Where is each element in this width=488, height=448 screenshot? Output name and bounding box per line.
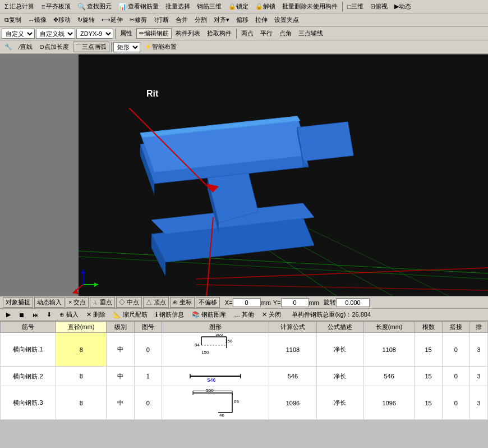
btn-setpoint[interactable]: 设置夹点 — [271, 15, 302, 25]
btn-pick-component[interactable]: 拾取构件 — [204, 28, 234, 39]
svg-text:150: 150 — [201, 350, 209, 355]
btn-find[interactable]: 🔍查找图元 — [75, 1, 114, 12]
btn-component-list[interactable]: 构件列表 — [173, 28, 203, 39]
cell-count: 15 — [415, 367, 442, 386]
cell-shape-no: 0 — [134, 386, 162, 420]
cell-grade: 中 — [107, 386, 134, 420]
btn-coord[interactable]: ⊕ 坐标 — [170, 297, 195, 308]
dropdown-rect[interactable]: 矩形 — [113, 42, 140, 52]
shape-svg-1: 150 300 04 150 — [185, 334, 246, 365]
col-formula: 计算公式 — [269, 322, 316, 333]
sep2 — [115, 29, 116, 39]
btn-stop[interactable]: ⏹ — [15, 310, 28, 319]
btn-align[interactable]: 对齐▾ — [211, 15, 232, 25]
cell-overlap: 0 — [442, 333, 469, 367]
btn-dynamic-input[interactable]: 动态输入 — [34, 297, 65, 308]
sep1 — [342, 2, 343, 12]
btn-rebar-info[interactable]: ℹ 钢筋信息 — [152, 309, 187, 320]
x-input[interactable] — [233, 298, 261, 307]
btn-angle-point[interactable]: 点角 — [277, 28, 294, 39]
y-label: Y= — [273, 299, 281, 306]
btn-batch-delete[interactable]: 批量删除未使用构件 — [279, 1, 340, 12]
btn-offset[interactable]: 偏移 — [233, 15, 251, 25]
dropdown-zdyx[interactable]: ZDYX-9 — [76, 29, 113, 39]
btn-midpoint[interactable]: ◇ 中点 — [116, 297, 142, 308]
cell-id: 横向钢筋.1 — [1, 333, 56, 367]
btn-split[interactable]: 分割 — [192, 15, 210, 25]
col-diameter: 直径(mm) — [56, 322, 107, 333]
table-row[interactable]: 横向钢筋.2 8 中 1 546 546 净长 546 15 0 — [1, 367, 488, 386]
btn-point-length[interactable]: ⊙点加长度 — [36, 42, 72, 52]
cell-shape-no: 0 — [134, 333, 162, 367]
rotate-input[interactable] — [336, 298, 370, 307]
btn-rebar-3d[interactable]: 钢筋三维 — [194, 1, 224, 12]
table-row[interactable]: 横向钢筋.3 8 中 0 550 09 — [1, 386, 488, 420]
btn-mirror[interactable]: ↔镜像 — [25, 15, 49, 25]
cell-row: 3 — [470, 386, 488, 420]
btn-top-view[interactable]: ⊡俯视 — [367, 1, 390, 12]
svg-text:550: 550 — [206, 388, 214, 393]
dropdown-custom-line[interactable]: 自定义线 — [36, 29, 75, 39]
dropdown-custom1[interactable]: 自定义 — [2, 29, 35, 39]
btn-close[interactable]: ✕ 关闭 — [259, 309, 284, 320]
sep3 — [236, 29, 237, 39]
btn-break[interactable]: ⌇打断 — [151, 15, 172, 25]
btn-unlock[interactable]: 🔓解锁 — [252, 1, 278, 12]
cell-formula-desc: 净长 — [316, 333, 363, 367]
btn-copy[interactable]: ⧉复制 — [2, 15, 24, 25]
btn-vertex[interactable]: △ 顶点 — [143, 297, 169, 308]
btn-play[interactable]: ▶ — [3, 310, 14, 319]
btn-dummy1[interactable]: 🔧 — [2, 42, 15, 52]
btn-calc[interactable]: Σ汇总计算 — [2, 1, 37, 12]
btn-move[interactable]: ✥移动 — [50, 15, 73, 25]
btn-insert[interactable]: ⊕ 插入 — [56, 309, 82, 320]
cell-row: 3 — [470, 333, 488, 367]
cell-id: 横向钢筋.2 — [1, 367, 56, 386]
btn-rebar-lib[interactable]: 📚 钢筋图库 — [188, 309, 229, 320]
cell-diameter: 8 — [56, 367, 107, 386]
col-overlap: 搭接 — [442, 322, 469, 333]
cell-diameter: 8 — [56, 333, 107, 367]
col-formula-desc: 公式描述 — [316, 322, 363, 333]
shape-svg-2: 546 — [185, 368, 246, 385]
btn-stretch[interactable]: 拉伸 — [252, 15, 270, 25]
btn-line[interactable]: ∕直线 — [16, 42, 35, 52]
col-count: 根数 — [415, 322, 442, 333]
btn-other[interactable]: … 其他 — [231, 309, 257, 320]
btn-rotate[interactable]: ↻旋转 — [75, 15, 98, 25]
cell-shape: 550 09 46 — [162, 386, 269, 420]
btn-align-top[interactable]: ≡平齐板顶 — [38, 1, 73, 12]
btn-next[interactable]: ⏭ — [29, 310, 42, 319]
btn-merge[interactable]: 合并 — [173, 15, 191, 25]
btn-edit-rebar[interactable]: ✏编辑钢筋 — [136, 28, 172, 39]
btn-extend[interactable]: ⟷延伸 — [99, 15, 126, 25]
btn-smart-place[interactable]: ⚡智能布置 — [141, 42, 179, 52]
viewport-3d[interactable]: Rit — [0, 54, 488, 296]
btn-three-arc[interactable]: ⌒三点画弧 — [73, 42, 109, 52]
btn-two-point[interactable]: 两点 — [238, 28, 256, 39]
btn-3d[interactable]: □三维 — [344, 1, 366, 12]
btn-intersection[interactable]: × 交点 — [66, 297, 89, 308]
btn-dynamic[interactable]: ▶动态 — [392, 1, 414, 12]
weight-info: 单构件钢筋总重(kg)：26.804 — [292, 310, 371, 319]
btn-no-offset[interactable]: 不偏移 — [196, 297, 220, 308]
y-input[interactable] — [281, 298, 309, 307]
btn-view-rebar[interactable]: 📊查看钢筋量 — [116, 1, 162, 12]
btn-property[interactable]: 属性 — [117, 28, 135, 39]
btn-three-point-line[interactable]: 三点辅线 — [296, 28, 326, 39]
btn-batch-select[interactable]: 批量选择 — [163, 1, 193, 12]
btn-scale-rebar[interactable]: 📐 缩尺配筋 — [110, 309, 151, 320]
cell-formula-desc: 净长 — [316, 386, 363, 420]
btn-lock[interactable]: 🔒锁定 — [225, 1, 251, 12]
btn-down[interactable]: ⬇ — [43, 310, 55, 319]
btn-delete[interactable]: ✕ 删除 — [83, 309, 109, 320]
data-table-container[interactable]: 筋号 直径(mm) 级别 图号 图形 计算公式 公式描述 长度(mm) 根数 搭… — [0, 321, 488, 420]
btn-perp[interactable]: ⊥ 垂点 — [90, 297, 114, 308]
btn-snap[interactable]: 对象捕捉 — [3, 297, 33, 308]
btn-parallel[interactable]: 平行 — [257, 28, 275, 39]
rotate-label: 旋转 — [324, 298, 336, 307]
cell-overlap: 0 — [442, 367, 469, 386]
cell-id: 横向钢筋.3 — [1, 386, 56, 420]
table-row[interactable]: 横向钢筋.1 8 中 0 150 — [1, 333, 488, 367]
btn-trim[interactable]: ✂修剪 — [127, 15, 150, 25]
